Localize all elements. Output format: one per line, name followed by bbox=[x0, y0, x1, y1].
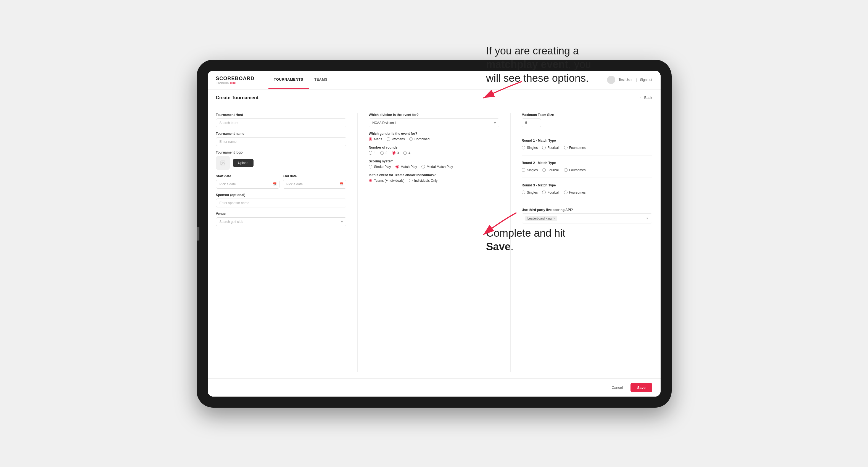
radio-round2-singles[interactable]: Singles bbox=[522, 168, 538, 172]
tag-close-icon[interactable]: × bbox=[553, 217, 555, 220]
radio-round3-foursomes-input[interactable] bbox=[564, 191, 567, 194]
division-group: Which division is the event for? NCAA Di… bbox=[369, 113, 499, 127]
form-container: Create Tournament ← Back Tournament Host… bbox=[208, 90, 660, 397]
sponsor-input[interactable] bbox=[216, 198, 347, 208]
radio-individuals-only-input[interactable] bbox=[409, 179, 412, 182]
radio-round-3[interactable]: 3 bbox=[392, 151, 399, 155]
radio-round-1[interactable]: 1 bbox=[369, 151, 376, 155]
radio-round3-foursomes[interactable]: Foursomes bbox=[564, 191, 586, 194]
radio-womens-input[interactable] bbox=[386, 137, 390, 141]
end-date-label: End date bbox=[283, 174, 346, 178]
section-divider-4 bbox=[522, 200, 652, 200]
brand-name: clippi bbox=[230, 82, 237, 84]
radio-round2-fourball-input[interactable] bbox=[542, 168, 546, 172]
radio-round3-singles[interactable]: Singles bbox=[522, 191, 538, 194]
sidebar-toggle[interactable] bbox=[197, 227, 199, 241]
tournament-host-input[interactable] bbox=[216, 119, 347, 127]
radio-round2-foursomes-input[interactable] bbox=[564, 168, 567, 172]
radio-round1-fourball[interactable]: Fourball bbox=[542, 146, 559, 150]
user-name: Test User bbox=[619, 78, 633, 82]
back-button[interactable]: ← Back bbox=[640, 96, 652, 100]
radio-individuals-only[interactable]: Individuals Only bbox=[409, 179, 438, 183]
gender-group: Which gender is the event for? Mens Wome… bbox=[369, 132, 499, 141]
radio-mens[interactable]: Mens bbox=[369, 137, 382, 141]
upload-button[interactable]: Upload bbox=[233, 159, 253, 167]
radio-womens-label: Womens bbox=[392, 137, 405, 141]
form-body: Tournament Host Tournament name Tourname… bbox=[208, 106, 660, 378]
nav-tournaments[interactable]: TOURNAMENTS bbox=[269, 71, 309, 90]
radio-teams-input[interactable] bbox=[369, 179, 372, 182]
radio-individuals-only-label: Individuals Only bbox=[414, 179, 438, 183]
avatar bbox=[607, 76, 615, 84]
rounds-radio-group: 1 2 3 4 bbox=[369, 151, 499, 155]
start-date-group: Start date 📅 bbox=[216, 174, 279, 189]
radio-teams[interactable]: Teams (+Individuals) bbox=[369, 179, 404, 183]
teams-label: Is this event for Teams and/or Individua… bbox=[369, 173, 499, 177]
radio-round2-fourball[interactable]: Fourball bbox=[542, 168, 559, 172]
tournament-host-group: Tournament Host bbox=[216, 113, 347, 127]
radio-round2-fourball-label: Fourball bbox=[547, 168, 559, 172]
section-divider-1 bbox=[522, 133, 652, 133]
radio-stroke-play[interactable]: Stroke Play bbox=[369, 165, 391, 169]
radio-round-1-label: 1 bbox=[374, 151, 376, 155]
radio-round-1-input[interactable] bbox=[369, 151, 372, 155]
radio-medal-match-play-input[interactable] bbox=[422, 165, 425, 168]
end-date-group: End date 📅 bbox=[283, 174, 346, 189]
max-team-size-input[interactable] bbox=[522, 119, 541, 127]
radio-round3-fourball[interactable]: Fourball bbox=[542, 191, 559, 194]
sign-out-link[interactable]: Sign out bbox=[640, 78, 652, 82]
radio-combined-input[interactable] bbox=[409, 137, 413, 141]
radio-round2-singles-label: Singles bbox=[527, 168, 538, 172]
cancel-button[interactable]: Cancel bbox=[607, 383, 627, 392]
radio-combined[interactable]: Combined bbox=[409, 137, 430, 141]
tournament-logo-label: Tournament logo bbox=[216, 151, 347, 154]
scoring-group: Scoring system Stroke Play Match Play bbox=[369, 159, 499, 169]
radio-round1-fourball-label: Fourball bbox=[547, 146, 559, 150]
radio-stroke-play-label: Stroke Play bbox=[374, 165, 391, 169]
radio-round1-foursomes[interactable]: Foursomes bbox=[564, 146, 586, 150]
nav-separator: | bbox=[636, 78, 637, 82]
radio-medal-match-play[interactable]: Medal Match Play bbox=[422, 165, 453, 169]
multi-select-dropdown-icon: ▼ bbox=[646, 217, 649, 220]
radio-round1-singles[interactable]: Singles bbox=[522, 146, 538, 150]
radio-round-4-input[interactable] bbox=[403, 151, 407, 155]
round1-label: Round 1 - Match Type bbox=[522, 138, 652, 143]
section-divider-3 bbox=[522, 178, 652, 178]
radio-mens-input[interactable] bbox=[369, 137, 372, 141]
start-date-input[interactable] bbox=[216, 180, 279, 189]
radio-match-play[interactable]: Match Play bbox=[396, 165, 417, 169]
radio-round3-singles-input[interactable] bbox=[522, 191, 525, 194]
radio-match-play-input[interactable] bbox=[396, 165, 399, 168]
radio-round3-fourball-input[interactable] bbox=[542, 191, 546, 194]
form-col-middle: Which division is the event for? NCAA Di… bbox=[369, 113, 499, 372]
radio-round2-foursomes[interactable]: Foursomes bbox=[564, 168, 586, 172]
logo-text: SCOREBOARD bbox=[216, 76, 255, 82]
radio-round2-singles-input[interactable] bbox=[522, 168, 525, 172]
tablet-frame: SCOREBOARD Powered by clippi TOURNAMENTS… bbox=[197, 60, 672, 408]
arrow-save bbox=[478, 207, 533, 240]
radio-round2-foursomes-label: Foursomes bbox=[569, 168, 586, 172]
radio-stroke-play-input[interactable] bbox=[369, 165, 372, 168]
radio-round-2[interactable]: 2 bbox=[380, 151, 388, 155]
radio-round1-foursomes-input[interactable] bbox=[564, 146, 567, 149]
tournament-name-input[interactable] bbox=[216, 137, 347, 146]
rounds-label: Number of rounds bbox=[369, 146, 499, 149]
save-button[interactable]: Save bbox=[630, 383, 652, 392]
venue-group: Venue ▼ bbox=[216, 212, 347, 226]
round3-label: Round 3 - Match Type bbox=[522, 183, 652, 187]
rounds-group: Number of rounds 1 2 bbox=[369, 146, 499, 155]
radio-round-2-input[interactable] bbox=[380, 151, 384, 155]
division-label: Which division is the event for? bbox=[369, 113, 499, 117]
division-select[interactable]: NCAA Division I NCAA Division II NCAA Di… bbox=[369, 119, 499, 127]
radio-round1-fourball-input[interactable] bbox=[542, 146, 546, 149]
third-party-select[interactable]: Leaderboard King × ▼ bbox=[522, 214, 652, 223]
venue-input[interactable] bbox=[216, 217, 347, 226]
arrow-matchplay bbox=[478, 73, 533, 106]
radio-round-3-input[interactable] bbox=[392, 151, 396, 155]
radio-round1-singles-input[interactable] bbox=[522, 146, 525, 149]
end-date-input[interactable] bbox=[283, 180, 346, 189]
nav-teams[interactable]: TEAMS bbox=[309, 71, 333, 90]
radio-round-3-label: 3 bbox=[397, 151, 399, 155]
radio-womens[interactable]: Womens bbox=[386, 137, 405, 141]
radio-round-4[interactable]: 4 bbox=[403, 151, 410, 155]
